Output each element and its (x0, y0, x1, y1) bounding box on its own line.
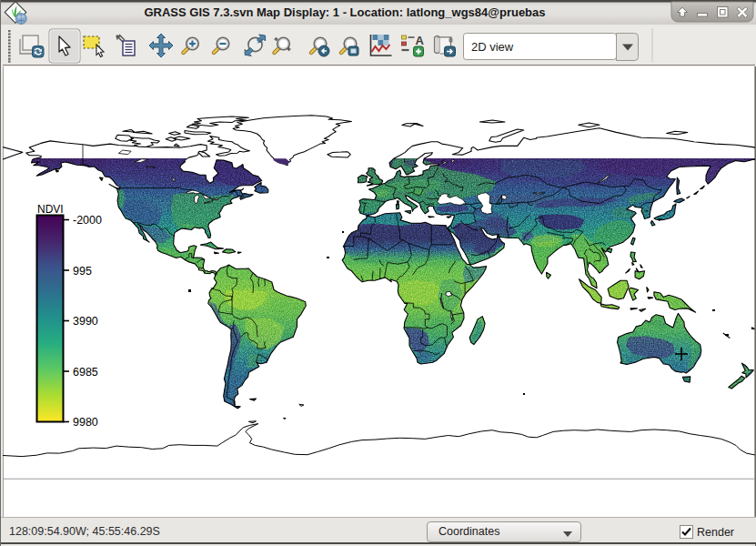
svg-text:3990: 3990 (73, 315, 98, 328)
svg-text:9980: 9980 (73, 416, 98, 429)
svg-text:995: 995 (73, 265, 92, 278)
svg-text:6985: 6985 (73, 366, 98, 379)
svg-text:-2000: -2000 (73, 214, 102, 227)
svg-text:2D view: 2D view (471, 40, 514, 54)
svg-text:GRASS GIS 7.3.svn Map Display:: GRASS GIS 7.3.svn Map Display: 1 - Locat… (144, 5, 545, 19)
svg-text:A: A (416, 34, 425, 47)
svg-text:NDVI: NDVI (37, 203, 64, 216)
